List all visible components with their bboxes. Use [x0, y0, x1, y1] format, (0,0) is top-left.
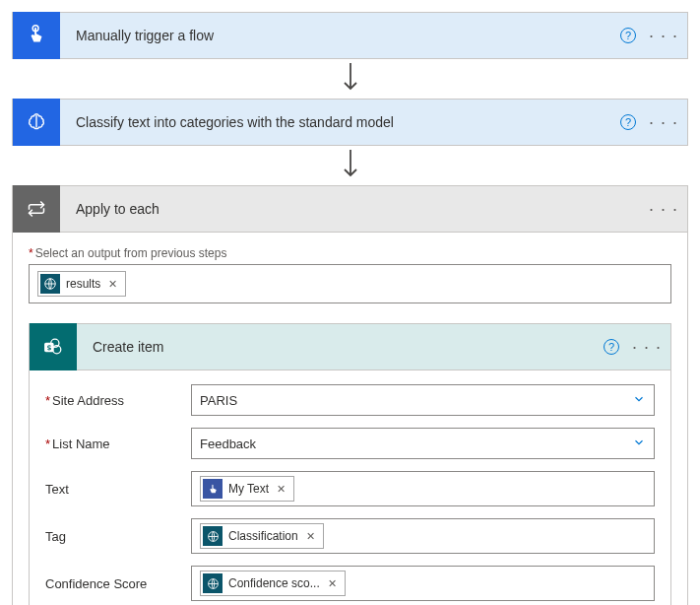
step-apply-title: Apply to each [60, 201, 644, 217]
step-apply-each[interactable]: Apply to each · · · [12, 185, 688, 233]
step-classify-title: Classify text into categories with the s… [60, 114, 612, 130]
apply-each-body: *Select an output from previous steps re… [12, 233, 688, 605]
chevron-down-icon [632, 392, 646, 409]
chip-results[interactable]: results ✕ [37, 271, 126, 297]
arrow-connector [12, 146, 688, 185]
step-create-item[interactable]: Create item ? · · · [29, 323, 671, 370]
text-field[interactable]: My Text ✕ [191, 471, 655, 506]
chip-label: results [66, 277, 100, 291]
confidence-field[interactable]: Confidence sco... ✕ [191, 566, 655, 601]
globe-icon [203, 573, 223, 593]
chip-label: My Text [228, 482, 269, 496]
list-name-label: *List Name [45, 437, 191, 451]
output-input[interactable]: results ✕ [29, 264, 671, 303]
touch-icon [203, 479, 223, 499]
brain-icon [13, 99, 60, 146]
text-label: Text [45, 482, 191, 497]
more-menu[interactable]: · · · [644, 20, 683, 51]
create-item-title: Create item [77, 339, 596, 355]
chip-remove[interactable]: ✕ [275, 483, 287, 496]
touch-icon [13, 12, 60, 59]
step-classify[interactable]: Classify text into categories with the s… [12, 99, 688, 146]
tag-label: Tag [45, 529, 191, 544]
chip-confidence[interactable]: Confidence sco... ✕ [200, 571, 346, 596]
more-menu[interactable]: · · · [627, 331, 667, 363]
chevron-down-icon [632, 436, 646, 452]
globe-icon [40, 274, 60, 294]
arrow-connector [12, 59, 688, 99]
more-menu[interactable]: · · · [644, 106, 683, 138]
nested-create-item: Create item ? · · · *Site Address PARIS … [29, 323, 671, 605]
globe-icon [203, 526, 223, 546]
help-icon[interactable]: ? [612, 20, 644, 51]
confidence-label: Confidence Score [45, 576, 191, 591]
chip-remove[interactable]: ✕ [326, 577, 339, 590]
create-item-body: *Site Address PARIS *List Name Feedback [29, 370, 671, 605]
site-address-field[interactable]: PARIS [191, 384, 655, 416]
chip-my-text[interactable]: My Text ✕ [200, 476, 294, 502]
help-icon[interactable]: ? [596, 331, 627, 363]
chip-label: Confidence sco... [228, 576, 320, 590]
site-address-label: *Site Address [45, 393, 191, 408]
sharepoint-icon [30, 323, 77, 370]
output-label: *Select an output from previous steps [29, 246, 671, 260]
chip-remove[interactable]: ✕ [304, 530, 317, 543]
chip-classification[interactable]: Classification ✕ [200, 523, 324, 549]
tag-field[interactable]: Classification ✕ [191, 518, 655, 554]
step-trigger-title: Manually trigger a flow [60, 28, 612, 43]
chip-remove[interactable]: ✕ [106, 278, 119, 291]
help-icon[interactable]: ? [612, 106, 644, 138]
step-trigger[interactable]: Manually trigger a flow ? · · · [12, 12, 688, 59]
loop-icon [13, 185, 60, 233]
chip-label: Classification [228, 529, 298, 543]
more-menu[interactable]: · · · [644, 193, 683, 225]
list-name-field[interactable]: Feedback [191, 428, 655, 459]
